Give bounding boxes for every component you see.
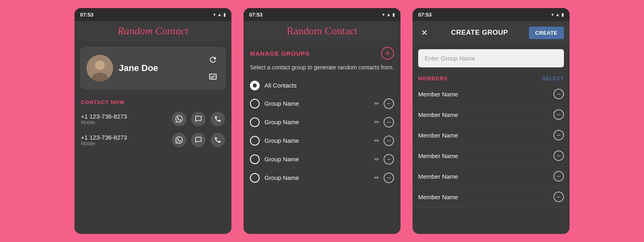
status-time-1: 07:53	[80, 12, 93, 18]
member-row-1: Member Name −	[413, 84, 570, 104]
remove-member-2-button[interactable]: −	[553, 109, 564, 120]
close-button[interactable]: ✕	[418, 28, 430, 38]
phone-button-1[interactable]	[211, 112, 225, 126]
member-row-4: Member Name −	[413, 146, 570, 166]
member-name-6: Member Name	[418, 194, 458, 200]
group-name-all: All Contacts	[264, 82, 394, 89]
contact-row-1: +1 123-736-8273 Mobile	[74, 108, 231, 129]
contact-card: Jane Doe	[80, 47, 226, 90]
delete-group-1-button[interactable]: −	[384, 98, 394, 109]
radio-all-contacts[interactable]	[250, 81, 260, 90]
sms-button-2[interactable]	[191, 133, 206, 147]
contact-name: Jane Doe	[119, 63, 201, 73]
group-item-4[interactable]: Group Name ✏ −	[244, 150, 400, 169]
signal-icon-3: ▲	[555, 12, 560, 17]
status-icons-1: ▾ ▲ ▮	[213, 12, 226, 17]
delete-group-3-button[interactable]: −	[384, 136, 394, 146]
member-row-2: Member Name −	[413, 104, 570, 125]
members-header: MEMBERS SELECT	[413, 72, 570, 84]
phone-3: 07:53 ▾ ▲ ▮ ✕ CREATE GROUP CREATE Enter …	[413, 8, 570, 234]
group-item-2[interactable]: Group Name ✏ −	[244, 113, 400, 131]
group-5-actions: ✏ −	[374, 173, 394, 183]
group-name-2: Group Name	[264, 119, 369, 125]
status-time-3: 07:53	[418, 12, 431, 18]
manage-groups-bar: MANAGE GROUPS +	[244, 41, 400, 64]
phones-container: 07:53 ▾ ▲ ▮ Random Contact Jane Doe	[66, 0, 578, 242]
member-name-2: Member Name	[418, 111, 458, 118]
remove-member-1-button[interactable]: −	[553, 89, 564, 99]
status-icons-3: ▾ ▲ ▮	[551, 12, 564, 17]
remove-member-3-button[interactable]: −	[553, 130, 564, 140]
remove-member-6-button[interactable]: −	[553, 192, 564, 202]
phone3-header: ✕ CREATE GROUP CREATE	[413, 21, 570, 44]
members-label: MEMBERS	[418, 75, 448, 81]
remove-member-5-button[interactable]: −	[553, 171, 564, 182]
delete-group-5-button[interactable]: −	[384, 173, 394, 183]
contact-row-2: +1 123-736-8273 Mobile	[74, 129, 231, 150]
phone1-header: Random Contact	[74, 21, 231, 41]
remove-member-4-button[interactable]: −	[553, 150, 564, 161]
group-name-1: Group Name	[264, 100, 369, 107]
select-label: SELECT	[542, 75, 564, 81]
radio-group-5[interactable]	[250, 173, 260, 183]
group-name-3: Group Name	[264, 137, 369, 144]
add-group-button[interactable]: +	[381, 47, 394, 60]
status-time-2: 07:53	[249, 12, 262, 18]
member-name-5: Member Name	[418, 173, 458, 180]
battery-icon-3: ▮	[561, 12, 564, 17]
delete-group-2-button[interactable]: −	[384, 117, 394, 127]
contact-type-2: Mobile	[81, 141, 168, 146]
whatsapp-button-2[interactable]	[172, 133, 186, 147]
avatar-image	[87, 55, 113, 81]
group-item-all[interactable]: All Contacts	[244, 77, 400, 94]
edit-group-1-icon[interactable]: ✏	[374, 100, 380, 107]
wifi-icon: ▾	[213, 12, 216, 17]
contact-number-2: +1 123-736-8273	[81, 134, 168, 141]
svg-point-1	[95, 60, 105, 70]
radio-group-1[interactable]	[250, 99, 260, 108]
wifi-icon-2: ▾	[382, 12, 385, 17]
member-row-3: Member Name −	[413, 125, 570, 146]
status-bar-1: 07:53 ▾ ▲ ▮	[74, 8, 231, 21]
edit-group-4-icon[interactable]: ✏	[374, 156, 380, 163]
action-icons-2	[172, 133, 225, 147]
status-bar-2: 07:53 ▾ ▲ ▮	[244, 8, 400, 21]
group-item-5[interactable]: Group Name ✏ −	[244, 169, 400, 187]
app-title-1: Random Contact	[78, 25, 227, 37]
group-name-4: Group Name	[264, 156, 369, 163]
phone-1: 07:53 ▾ ▲ ▮ Random Contact Jane Doe	[74, 8, 231, 234]
phone-2: 07:53 ▾ ▲ ▮ Random Contact MANAGE GROUPS…	[244, 8, 400, 234]
radio-group-2[interactable]	[250, 117, 260, 127]
group-2-actions: ✏ −	[374, 117, 394, 127]
whatsapp-button-1[interactable]	[172, 112, 186, 126]
radio-group-4[interactable]	[250, 154, 260, 164]
signal-icon-2: ▲	[386, 12, 391, 17]
contact-number-block-2: +1 123-736-8273 Mobile	[81, 134, 168, 146]
app-title-2: Random Contact	[248, 25, 396, 37]
refresh-button[interactable]	[206, 53, 219, 66]
contact-now-label: CONTACT NOW	[74, 95, 231, 108]
battery-icon: ▮	[223, 12, 226, 17]
group-name-5: Group Name	[264, 174, 369, 181]
edit-group-2-icon[interactable]: ✏	[374, 119, 380, 126]
manage-groups-title: MANAGE GROUPS	[250, 50, 310, 57]
contact-number-block-1: +1 123-736-8273 Mobile	[81, 113, 168, 125]
group-item-1[interactable]: Group Name ✏ −	[244, 94, 400, 113]
edit-group-5-icon[interactable]: ✏	[374, 174, 380, 182]
edit-group-3-icon[interactable]: ✏	[374, 137, 380, 144]
group-3-actions: ✏ −	[374, 136, 394, 146]
status-bar-3: 07:53 ▾ ▲ ▮	[413, 8, 570, 21]
group-item-3[interactable]: Group Name ✏ −	[244, 131, 400, 150]
radio-group-3[interactable]	[250, 136, 260, 146]
member-name-1: Member Name	[418, 91, 458, 98]
delete-group-4-button[interactable]: −	[384, 154, 394, 165]
wifi-icon-3: ▾	[551, 12, 554, 17]
vcard-button[interactable]	[206, 70, 219, 83]
sms-button-1[interactable]	[191, 112, 206, 126]
member-row-6: Member Name −	[413, 187, 570, 207]
phone2-header: Random Contact	[244, 21, 400, 41]
phone-button-2[interactable]	[211, 133, 225, 147]
groups-subtitle: Select a contact group to generate rando…	[244, 64, 400, 77]
group-name-input[interactable]: Enter Group Name	[418, 49, 564, 67]
create-button[interactable]: CREATE	[529, 27, 564, 39]
